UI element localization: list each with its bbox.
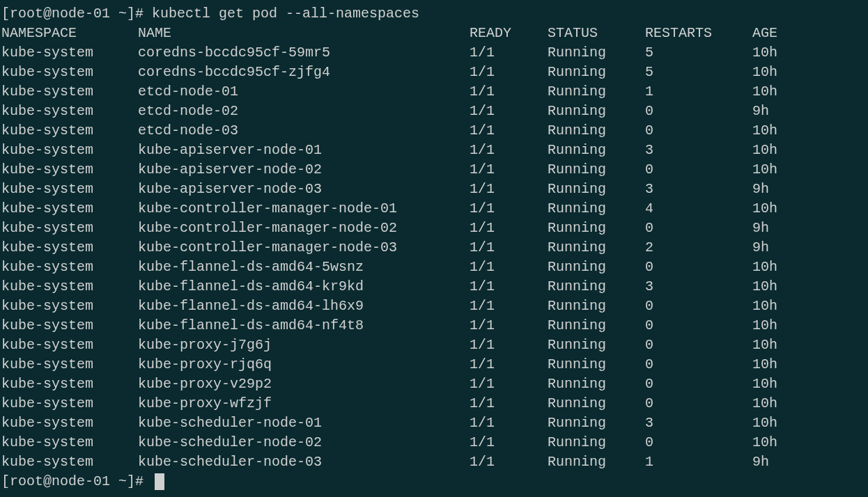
cell-ready: 1/1	[470, 413, 548, 433]
cell-age: 10h	[752, 277, 777, 297]
cell-status: Running	[548, 336, 645, 355]
cell-name: kube-apiserver-node-01	[138, 141, 470, 160]
cell-name: kube-proxy-rjq6q	[138, 355, 470, 374]
cell-namespace: kube-system	[1, 82, 138, 102]
cell-age: 10h	[752, 355, 777, 374]
cell-age: 10h	[752, 316, 777, 336]
cell-ready: 1/1	[470, 63, 548, 82]
cell-ready: 1/1	[470, 82, 548, 102]
cell-status: Running	[548, 355, 645, 374]
cell-age: 10h	[752, 82, 777, 102]
cell-status: Running	[548, 297, 645, 316]
table-row: kube-systemkube-proxy-v29p21/1Running010…	[1, 374, 867, 394]
table-row: kube-systemkube-apiserver-node-021/1Runn…	[1, 160, 867, 180]
cell-namespace: kube-system	[1, 258, 138, 277]
table-row: kube-systemkube-scheduler-node-021/1Runn…	[1, 433, 867, 452]
table-row: kube-systemkube-flannel-ds-amd64-lh6x91/…	[1, 297, 867, 316]
cell-namespace: kube-system	[1, 452, 138, 472]
cell-ready: 1/1	[470, 121, 548, 141]
cell-age: 9h	[752, 238, 769, 258]
prompt-line-1: [root@node-01 ~]# kubectl get pod --all-…	[1, 4, 867, 24]
cell-status: Running	[548, 433, 645, 452]
header-restarts: RESTARTS	[645, 24, 752, 43]
table-row: kube-systemkube-flannel-ds-amd64-5wsnz1/…	[1, 258, 867, 277]
cell-status: Running	[548, 199, 645, 219]
cell-age: 10h	[752, 374, 777, 394]
cell-restarts: 3	[645, 277, 752, 297]
cell-namespace: kube-system	[1, 199, 138, 219]
cell-ready: 1/1	[470, 238, 548, 258]
cell-name: kube-proxy-j7g6j	[138, 336, 470, 355]
cell-restarts: 0	[645, 433, 752, 452]
cell-age: 10h	[752, 336, 777, 355]
cell-age: 10h	[752, 141, 777, 160]
cell-age: 9h	[752, 102, 769, 121]
table-row: kube-systemetcd-node-011/1Running110h	[1, 82, 867, 102]
cell-ready: 1/1	[470, 219, 548, 238]
cell-name: kube-scheduler-node-01	[138, 413, 470, 433]
cell-name: kube-flannel-ds-amd64-5wsnz	[138, 258, 470, 277]
table-row: kube-systemkube-scheduler-node-031/1Runn…	[1, 452, 867, 472]
cell-status: Running	[548, 43, 645, 63]
cell-age: 10h	[752, 199, 777, 219]
cell-status: Running	[548, 394, 645, 413]
cell-name: kube-controller-manager-node-03	[138, 238, 470, 258]
header-name: NAME	[138, 24, 470, 43]
cell-namespace: kube-system	[1, 238, 138, 258]
cell-ready: 1/1	[470, 258, 548, 277]
cell-namespace: kube-system	[1, 374, 138, 394]
cell-namespace: kube-system	[1, 102, 138, 121]
table-row: kube-systemkube-proxy-wfzjf1/1Running010…	[1, 394, 867, 413]
cell-status: Running	[548, 180, 645, 199]
cell-restarts: 0	[645, 258, 752, 277]
header-age: AGE	[752, 24, 777, 43]
cell-restarts: 5	[645, 43, 752, 63]
cell-name: kube-proxy-wfzjf	[138, 394, 470, 413]
cell-status: Running	[548, 102, 645, 121]
cell-name: kube-controller-manager-node-02	[138, 219, 470, 238]
cell-namespace: kube-system	[1, 433, 138, 452]
cell-status: Running	[548, 413, 645, 433]
cell-namespace: kube-system	[1, 63, 138, 82]
cell-age: 9h	[752, 452, 769, 472]
cell-ready: 1/1	[470, 297, 548, 316]
prompt-text: [root@node-01 ~]#	[1, 4, 152, 24]
cell-status: Running	[548, 277, 645, 297]
cell-age: 10h	[752, 160, 777, 180]
cell-namespace: kube-system	[1, 297, 138, 316]
cell-age: 10h	[752, 394, 777, 413]
cell-ready: 1/1	[470, 277, 548, 297]
cell-restarts: 0	[645, 374, 752, 394]
cell-restarts: 3	[645, 141, 752, 160]
table-row: kube-systemkube-controller-manager-node-…	[1, 238, 867, 258]
cell-ready: 1/1	[470, 180, 548, 199]
cell-ready: 1/1	[470, 374, 548, 394]
table-row: kube-systemetcd-node-021/1Running09h	[1, 102, 867, 121]
cell-age: 10h	[752, 297, 777, 316]
command-text: kubectl get pod --all-namespaces	[152, 4, 419, 24]
cell-restarts: 0	[645, 355, 752, 374]
cursor-icon[interactable]	[155, 473, 164, 490]
cell-restarts: 0	[645, 316, 752, 336]
cell-restarts: 0	[645, 336, 752, 355]
cell-ready: 1/1	[470, 452, 548, 472]
table-row: kube-systemkube-proxy-j7g6j1/1Running010…	[1, 336, 867, 355]
cell-status: Running	[548, 452, 645, 472]
cell-ready: 1/1	[470, 355, 548, 374]
cell-namespace: kube-system	[1, 160, 138, 180]
cell-status: Running	[548, 82, 645, 102]
cell-status: Running	[548, 316, 645, 336]
cell-ready: 1/1	[470, 316, 548, 336]
cell-name: kube-apiserver-node-03	[138, 180, 470, 199]
cell-restarts: 0	[645, 102, 752, 121]
cell-ready: 1/1	[470, 394, 548, 413]
cell-status: Running	[548, 160, 645, 180]
cell-ready: 1/1	[470, 433, 548, 452]
cell-namespace: kube-system	[1, 219, 138, 238]
header-status: STATUS	[548, 24, 645, 43]
table-row: kube-systemkube-scheduler-node-011/1Runn…	[1, 413, 867, 433]
cell-restarts: 3	[645, 180, 752, 199]
cell-namespace: kube-system	[1, 180, 138, 199]
cell-name: etcd-node-01	[138, 82, 470, 102]
cell-namespace: kube-system	[1, 316, 138, 336]
